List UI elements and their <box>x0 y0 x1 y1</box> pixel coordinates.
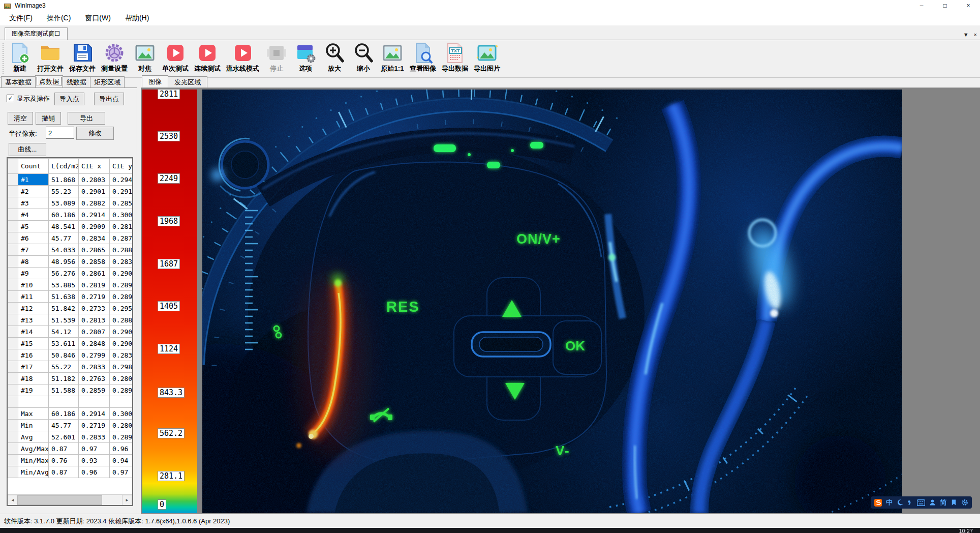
focus-button[interactable]: 对焦 <box>133 42 157 73</box>
table-row[interactable]: #1553.6110.28480.2907 <box>8 338 134 349</box>
show-operate-checkbox[interactable]: ✓ <box>7 95 14 102</box>
new-button[interactable]: 新建 <box>8 42 32 73</box>
table-cell[interactable]: 51.868 <box>49 174 79 186</box>
table-column-header[interactable]: CIE x <box>79 159 110 174</box>
tab-line-data[interactable]: 线数据 <box>63 76 90 87</box>
table-cell[interactable]: 0.87 <box>49 443 79 455</box>
row-header[interactable] <box>8 186 18 197</box>
menu-operate[interactable]: 操作(C) <box>40 12 78 25</box>
menu-file[interactable]: 文件(F) <box>2 12 40 25</box>
tab-close-icon[interactable]: × <box>974 32 977 38</box>
tab-image-brightness-test[interactable]: 图像亮度测试窗口 <box>5 27 68 40</box>
table-cell[interactable]: 51.588 <box>49 384 79 396</box>
table-row[interactable]: #151.8680.28030.2942 <box>8 174 134 186</box>
table-cell[interactable]: 0.96 <box>110 443 134 455</box>
zoom-out-button[interactable]: 缩小 <box>352 42 375 73</box>
row-header[interactable] <box>8 373 18 384</box>
table-cell[interactable]: 0.2901 <box>79 186 110 197</box>
table-cell[interactable]: 60.186 <box>49 209 79 221</box>
table-row[interactable]: #754.0330.28650.2888 <box>8 244 134 256</box>
table-cell[interactable]: 45.77 <box>49 232 79 244</box>
row-header[interactable] <box>8 455 18 466</box>
zoom-in-button[interactable]: 放大 <box>323 42 346 73</box>
table-cell[interactable]: 0.97 <box>79 443 110 455</box>
table-column-header[interactable]: Count <box>18 159 49 174</box>
table-cell[interactable]: #13 <box>18 314 49 326</box>
menu-help[interactable]: 帮助(H) <box>118 12 156 25</box>
table-cell[interactable]: #12 <box>18 303 49 314</box>
table-cell[interactable]: 0.2855 <box>110 197 134 209</box>
table-row[interactable]: #353.0890.28820.2855 <box>8 197 134 209</box>
table-cell[interactable]: 0.2954 <box>110 303 134 314</box>
table-cell[interactable]: 53.885 <box>49 279 79 291</box>
table-cell[interactable]: 0.2808 <box>110 373 134 384</box>
table-cell[interactable]: 0.2865 <box>79 244 110 256</box>
curve-button[interactable]: 曲线... <box>9 143 46 156</box>
table-cell[interactable]: #5 <box>18 221 49 232</box>
table-cell[interactable]: 51.842 <box>49 303 79 314</box>
scroll-left-icon[interactable]: ◄ <box>8 495 18 506</box>
table-row[interactable]: #1251.8420.27330.2954 <box>8 303 134 314</box>
table-cell[interactable]: 0.2819 <box>79 279 110 291</box>
row-header[interactable] <box>8 420 18 431</box>
table-cell[interactable]: 0.87 <box>49 466 79 478</box>
table-cell[interactable]: 0.2858 <box>79 256 110 268</box>
row-header[interactable] <box>8 244 18 256</box>
table-cell[interactable]: 51.539 <box>49 314 79 326</box>
table-cell[interactable]: 48.956 <box>49 256 79 268</box>
table-cell[interactable]: 53.089 <box>49 197 79 209</box>
table-row[interactable]: #1851.1820.27630.2808 <box>8 373 134 384</box>
export-data-button[interactable]: TXT 导出数据 <box>442 42 468 73</box>
continuous-test-button[interactable]: 连续测试 <box>194 42 221 73</box>
measurement-table[interactable]: CountL(cd/m2)CIE xCIE y#151.8680.28030.2… <box>7 157 133 506</box>
table-cell[interactable]: 0.2888 <box>110 244 134 256</box>
table-cell[interactable]: Avg/Max <box>18 443 49 455</box>
view-image-button[interactable]: 查看图像 <box>410 42 436 73</box>
table-cell[interactable]: #1 <box>18 174 49 186</box>
table-row[interactable]: Min/Avg0.870.960.97 <box>8 466 134 478</box>
table-row[interactable]: #956.2760.28610.2903 <box>8 268 134 279</box>
row-header[interactable] <box>8 314 18 326</box>
table-cell[interactable]: 0.2719 <box>79 291 110 303</box>
table-row[interactable]: #1650.8460.27990.2835 <box>8 349 134 361</box>
original-1to1-button[interactable]: 原始1:1 <box>381 42 404 73</box>
undo-button[interactable]: 撤销 <box>36 112 61 125</box>
row-header[interactable] <box>8 209 18 221</box>
tab-rect-region[interactable]: 矩形区域 <box>90 76 125 87</box>
table-cell[interactable]: 0.2903 <box>110 268 134 279</box>
table-cell[interactable]: Min/Max <box>18 455 49 466</box>
table-cell[interactable]: 0.2889 <box>110 314 134 326</box>
table-column-header[interactable]: L(cd/m2) <box>49 159 79 174</box>
ime-language-bar[interactable]: 中 简 <box>871 496 972 509</box>
table-row[interactable]: #1053.8850.28190.2892 <box>8 279 134 291</box>
row-header[interactable] <box>8 303 18 314</box>
table-row[interactable]: #1755.220.28330.2988 <box>8 361 134 373</box>
voice-input-icon[interactable] <box>929 499 936 506</box>
scrollbar-thumb[interactable] <box>17 495 102 505</box>
table-cell[interactable]: 0.2894 <box>110 431 134 443</box>
measure-settings-button[interactable]: 测量设置 <box>101 42 128 73</box>
open-file-button[interactable]: 打开文件 <box>37 42 64 73</box>
row-header[interactable] <box>8 232 18 244</box>
table-cell[interactable]: 55.23 <box>49 186 79 197</box>
table-cell[interactable]: 0.2812 <box>110 221 134 232</box>
menu-window[interactable]: 窗口(W) <box>78 12 118 25</box>
table-row[interactable] <box>8 396 134 408</box>
table-cell[interactable]: 0.2914 <box>79 408 110 420</box>
table-cell[interactable] <box>18 396 49 408</box>
table-cell[interactable]: 0.2808 <box>110 420 134 431</box>
table-row[interactable]: Avg/Max0.870.970.96 <box>8 443 134 455</box>
single-test-button[interactable]: 单次测试 <box>162 42 189 73</box>
table-cell[interactable]: #10 <box>18 279 49 291</box>
punctuation-icon[interactable] <box>907 499 913 506</box>
table-cell[interactable]: 0.2830 <box>110 256 134 268</box>
close-button[interactable]: × <box>957 0 980 11</box>
table-cell[interactable]: 0.2833 <box>79 431 110 443</box>
table-row[interactable]: #1951.5880.28590.2896 <box>8 384 134 396</box>
table-cell[interactable]: #2 <box>18 186 49 197</box>
table-cell[interactable]: 0.2763 <box>79 373 110 384</box>
row-header[interactable] <box>8 443 18 455</box>
table-cell[interactable]: 50.846 <box>49 349 79 361</box>
tab-basic-data[interactable]: 基本数据 <box>1 76 36 87</box>
pipeline-mode-button[interactable]: 流水线模式 <box>226 42 259 73</box>
